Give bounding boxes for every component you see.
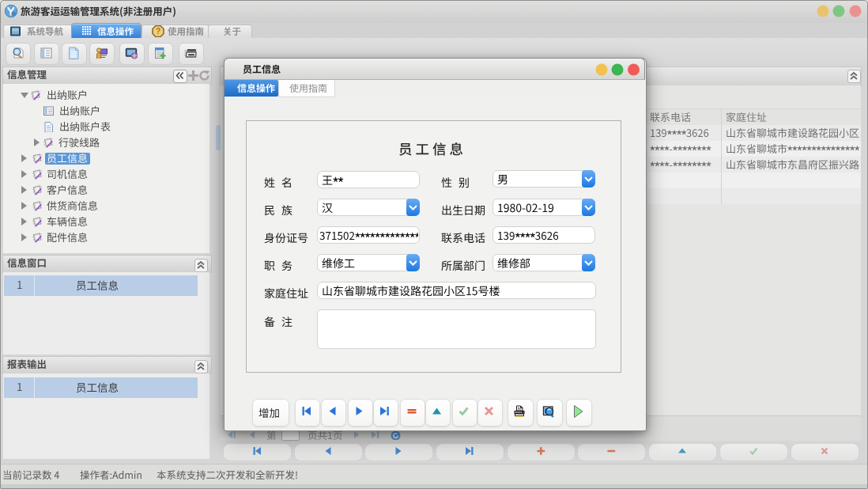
- svg-text:?: ?: [156, 27, 160, 36]
